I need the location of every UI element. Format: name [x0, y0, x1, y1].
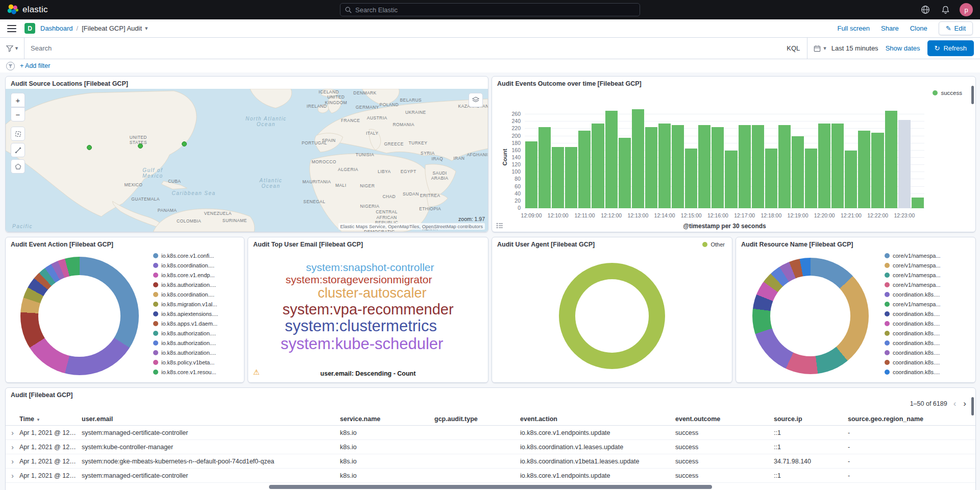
legend-item[interactable]: core/v1/namespa...: [885, 280, 971, 289]
histogram-bar[interactable]: [778, 125, 791, 208]
histogram-bar[interactable]: [725, 151, 737, 208]
legend-item[interactable]: io.k8s.apiextensions....: [153, 309, 240, 318]
legend-toggle-button[interactable]: [496, 223, 503, 229]
pagination-next-button[interactable]: ›: [962, 399, 967, 408]
column-header[interactable]: source.geo.region_name: [848, 415, 975, 423]
histogram-bar[interactable]: [885, 111, 897, 208]
legend-item[interactable]: io.k8s.apps.v1.daem...: [153, 318, 240, 328]
clone-button[interactable]: Clone: [910, 24, 927, 32]
legend-item[interactable]: coordination.k8s....: [885, 309, 971, 318]
histogram-bar[interactable]: [831, 124, 844, 208]
show-dates-button[interactable]: Show dates: [886, 44, 927, 52]
time-range-value[interactable]: Last 15 minutes: [831, 44, 886, 52]
legend-item[interactable]: io.k8s.authorization....: [153, 348, 240, 357]
legend-item[interactable]: io.k8s.core.v1.resou...: [153, 367, 240, 377]
histogram-bar[interactable]: [898, 120, 911, 208]
histogram-bar[interactable]: [765, 149, 777, 208]
legend-item[interactable]: io.k8s.coordination....: [153, 289, 240, 299]
full-screen-button[interactable]: Full screen: [837, 24, 870, 32]
legend-item[interactable]: coordination.k8s....: [885, 367, 971, 377]
row-expand-chevron-icon[interactable]: ›: [6, 443, 19, 451]
column-header[interactable]: gcp.audit.type: [434, 415, 520, 423]
legend-item[interactable]: Other: [702, 239, 725, 249]
legend-item[interactable]: coordination.k8s....: [885, 318, 971, 328]
resource-name-donut-chart[interactable]: [752, 258, 869, 374]
histogram-bar[interactable]: [858, 131, 870, 208]
histogram-bar[interactable]: [552, 147, 564, 208]
tag-cloud-word[interactable]: system:kube-scheduler: [281, 335, 444, 353]
share-button[interactable]: Share: [881, 24, 899, 32]
legend-item[interactable]: io.k8s.core.v1.endp...: [153, 270, 240, 280]
histogram-bar[interactable]: [818, 124, 830, 208]
map-zoom-out-button[interactable]: −: [11, 107, 25, 121]
legend-item[interactable]: coordination.k8s....: [885, 348, 971, 357]
histogram-bar[interactable]: [578, 131, 591, 208]
column-header[interactable]: event.action: [520, 415, 675, 423]
edit-button[interactable]: ✎ Edit: [939, 21, 973, 35]
legend-item[interactable]: core/v1/namespa...: [885, 270, 971, 280]
row-expand-chevron-icon[interactable]: ›: [6, 457, 19, 465]
warning-icon[interactable]: ⚠: [253, 368, 260, 376]
histogram-bar[interactable]: [658, 124, 671, 208]
histogram-bar[interactable]: [525, 141, 537, 208]
histogram-bar[interactable]: [538, 127, 551, 208]
legend-item[interactable]: io.k8s.authorization....: [153, 338, 240, 348]
histogram-bar[interactable]: [739, 125, 751, 208]
map-layers-button[interactable]: [469, 93, 483, 107]
legend-item[interactable]: io.k8s.core.v1.confi...: [153, 251, 240, 260]
histogram-bar[interactable]: [845, 151, 857, 208]
histogram-bar[interactable]: [672, 125, 684, 208]
tag-cloud-word[interactable]: system:storageversionmigrator: [285, 274, 432, 286]
breadcrumb-dashboard[interactable]: Dashboard: [40, 24, 73, 32]
legend-item[interactable]: core/v1/namespa...: [885, 251, 971, 260]
histogram-bar[interactable]: [645, 127, 657, 208]
chevron-down-icon[interactable]: ▾: [145, 25, 148, 32]
filter-options-button[interactable]: [6, 62, 15, 70]
histogram-bar[interactable]: [752, 125, 764, 208]
panel-scrollbar-thumb[interactable]: [971, 86, 974, 104]
column-header[interactable]: Time▼: [19, 415, 82, 423]
map-data-marker[interactable]: [182, 141, 187, 146]
column-header[interactable]: service.name: [340, 415, 434, 423]
histogram-bar[interactable]: [619, 138, 631, 208]
legend-item[interactable]: coordination.k8s....: [885, 338, 971, 348]
add-filter-button[interactable]: + Add filter: [20, 62, 50, 69]
map-draw-shape-button[interactable]: [11, 159, 25, 174]
map-data-marker[interactable]: [87, 145, 92, 150]
legend-item[interactable]: io.k8s.authorization....: [153, 280, 240, 289]
map-zoom-in-button[interactable]: +: [11, 93, 25, 107]
saved-query-menu-button[interactable]: ▾: [0, 38, 24, 59]
horizontal-scrollbar-thumb[interactable]: [269, 485, 712, 489]
refresh-button[interactable]: ↻ Refresh: [927, 40, 974, 56]
global-search-input[interactable]: [355, 6, 635, 14]
legend-item[interactable]: coordination.k8s....: [885, 328, 971, 338]
histogram-bar[interactable]: [792, 136, 804, 208]
legend-item[interactable]: io.k8s.authorization....: [153, 328, 240, 338]
map-measure-button[interactable]: [11, 143, 25, 157]
column-header[interactable]: user.email: [82, 415, 340, 423]
histogram-bar[interactable]: [592, 124, 604, 208]
user-agent-donut-chart[interactable]: [559, 263, 665, 369]
legend-item-success[interactable]: success: [933, 90, 962, 96]
column-header[interactable]: event.outcome: [675, 415, 774, 423]
legend-item[interactable]: io.k8s.coordination....: [153, 260, 240, 270]
kql-language-button[interactable]: KQL: [779, 44, 807, 52]
tag-cloud-word[interactable]: cluster-autoscaler: [317, 285, 426, 301]
help-globe-icon[interactable]: [920, 4, 931, 15]
map-set-view-button[interactable]: [11, 127, 25, 141]
histogram-bar[interactable]: [871, 133, 884, 209]
histogram-bar[interactable]: [805, 149, 817, 208]
map-credit[interactable]: Elastic Maps Service, OpenMapTiles, Open…: [338, 223, 485, 230]
histogram-bar[interactable]: [912, 198, 924, 208]
notifications-bell-icon[interactable]: [940, 4, 951, 15]
row-expand-chevron-icon[interactable]: ›: [6, 429, 19, 437]
tag-cloud-word[interactable]: system:vpa-recommender: [282, 301, 453, 317]
legend-item[interactable]: core/v1/namespa...: [885, 260, 971, 270]
elastic-logo[interactable]: elastic: [7, 4, 48, 15]
user-avatar[interactable]: p: [960, 3, 973, 16]
histogram-bar[interactable]: [565, 147, 577, 208]
menu-hamburger-icon[interactable]: [7, 25, 16, 32]
row-expand-chevron-icon[interactable]: ›: [6, 472, 19, 480]
event-action-donut-chart[interactable]: [20, 257, 139, 375]
legend-item[interactable]: io.k8s.migration.v1al...: [153, 299, 240, 309]
